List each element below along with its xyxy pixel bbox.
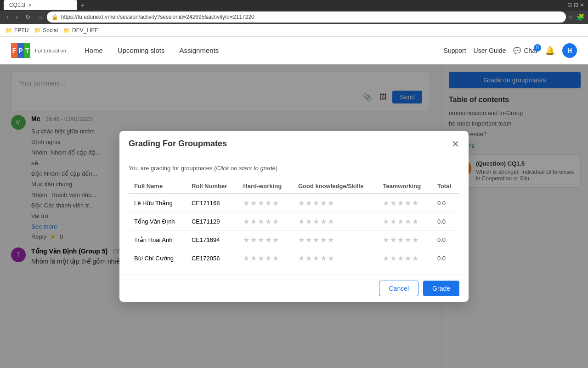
tab-close-icon[interactable]: ✕ bbox=[28, 3, 32, 8]
star-icon[interactable]: ★ bbox=[412, 254, 418, 263]
cell-hardworking[interactable]: ★★★★★ bbox=[237, 194, 293, 213]
star-icon[interactable]: ★ bbox=[272, 199, 279, 207]
nav-upcoming-slots[interactable]: Upcoming slots bbox=[118, 45, 165, 56]
star-icon[interactable]: ★ bbox=[258, 236, 264, 244]
cell-teamwork[interactable]: ★★★★★ bbox=[377, 212, 432, 230]
star-icon[interactable]: ★ bbox=[272, 254, 279, 263]
star-icon[interactable]: ★ bbox=[305, 217, 312, 226]
home-button[interactable]: ⌂ bbox=[35, 12, 45, 23]
star-icon[interactable]: ★ bbox=[265, 199, 271, 207]
star-icon[interactable]: ★ bbox=[405, 236, 411, 244]
star-icon[interactable]: ★ bbox=[250, 199, 257, 207]
star-icon[interactable]: ★ bbox=[243, 217, 249, 226]
star-icon[interactable]: ★ bbox=[265, 254, 271, 263]
cancel-button[interactable]: Cancel bbox=[379, 281, 418, 296]
star-icon[interactable]: ★ bbox=[298, 236, 305, 244]
bookmark-icon[interactable]: ☆ bbox=[568, 13, 574, 21]
nav-assignments[interactable]: Assignments bbox=[179, 45, 219, 56]
bookmark-fptu[interactable]: 📁 FPTU bbox=[6, 27, 28, 34]
star-icon[interactable]: ★ bbox=[320, 254, 327, 263]
new-tab-button[interactable]: + bbox=[81, 1, 85, 9]
cell-knowledge[interactable]: ★★★★★ bbox=[293, 194, 378, 213]
star-icon[interactable]: ★ bbox=[250, 217, 257, 226]
cell-hardworking[interactable]: ★★★★★ bbox=[237, 249, 293, 267]
star-icon[interactable]: ★ bbox=[383, 236, 389, 244]
cell-knowledge[interactable]: ★★★★★ bbox=[293, 249, 378, 267]
cell-knowledge[interactable]: ★★★★★ bbox=[293, 230, 378, 249]
star-icon[interactable]: ★ bbox=[383, 254, 389, 263]
table-row: Bùi Chí Cường CE172056 ★★★★★ ★★★★★ ★★★★★… bbox=[129, 249, 459, 267]
star-icon[interactable]: ★ bbox=[397, 217, 404, 226]
star-icon[interactable]: ★ bbox=[305, 236, 312, 244]
support-link[interactable]: Support bbox=[444, 47, 466, 54]
forward-button[interactable]: › bbox=[13, 12, 21, 23]
notifications-bell-icon[interactable]: 🔔 bbox=[545, 46, 555, 56]
star-icon[interactable]: ★ bbox=[320, 199, 327, 207]
chat-button[interactable]: 💬 Chat 0 bbox=[513, 47, 537, 54]
star-icon[interactable]: ★ bbox=[412, 199, 418, 207]
star-icon[interactable]: ★ bbox=[305, 199, 312, 207]
star-icon[interactable]: ★ bbox=[405, 199, 411, 207]
star-icon[interactable]: ★ bbox=[383, 217, 389, 226]
star-icon[interactable]: ★ bbox=[328, 254, 334, 263]
star-icon[interactable]: ★ bbox=[258, 217, 264, 226]
cell-teamwork[interactable]: ★★★★★ bbox=[377, 230, 432, 249]
star-icon[interactable]: ★ bbox=[390, 199, 396, 207]
star-icon[interactable]: ★ bbox=[328, 217, 334, 226]
star-icon[interactable]: ★ bbox=[313, 254, 319, 263]
star-icon[interactable]: ★ bbox=[390, 236, 396, 244]
star-icon[interactable]: ★ bbox=[298, 217, 305, 226]
star-icon[interactable]: ★ bbox=[412, 217, 418, 226]
star-icon[interactable]: ★ bbox=[328, 236, 334, 244]
folder-icon: 📁 bbox=[63, 27, 70, 34]
star-icon[interactable]: ★ bbox=[320, 236, 327, 244]
bookmark-label: FPTU bbox=[14, 27, 28, 34]
star-icon[interactable]: ★ bbox=[320, 217, 327, 226]
star-icon[interactable]: ★ bbox=[258, 199, 264, 207]
bookmark-social[interactable]: 📁 Social bbox=[34, 27, 58, 34]
address-bar[interactable]: 🔒 https://fu.edunext.vn/en/session/activ… bbox=[47, 12, 566, 23]
modal-close-button[interactable]: ✕ bbox=[452, 138, 459, 150]
star-icon[interactable]: ★ bbox=[305, 254, 312, 263]
active-tab[interactable]: CQ1.3 ✕ bbox=[4, 0, 77, 10]
grade-submit-button[interactable]: Grade bbox=[423, 281, 459, 296]
star-icon[interactable]: ★ bbox=[313, 236, 319, 244]
star-icon[interactable]: ★ bbox=[250, 254, 257, 263]
star-icon[interactable]: ★ bbox=[272, 217, 279, 226]
star-icon[interactable]: ★ bbox=[258, 254, 264, 263]
star-icon[interactable]: ★ bbox=[265, 236, 271, 244]
cell-knowledge[interactable]: ★★★★★ bbox=[293, 212, 378, 230]
cell-hardworking[interactable]: ★★★★★ bbox=[237, 212, 293, 230]
star-icon[interactable]: ★ bbox=[243, 254, 249, 263]
star-icon[interactable]: ★ bbox=[405, 217, 411, 226]
star-icon[interactable]: ★ bbox=[243, 236, 249, 244]
star-icon[interactable]: ★ bbox=[397, 199, 404, 207]
star-icon[interactable]: ★ bbox=[328, 199, 334, 207]
star-icon[interactable]: ★ bbox=[397, 236, 404, 244]
star-icon[interactable]: ★ bbox=[397, 254, 404, 263]
extensions-icon[interactable]: 🧩 bbox=[577, 13, 584, 21]
app-header: F P T Fpt Education Home Upcoming slots … bbox=[0, 37, 588, 64]
star-icon[interactable]: ★ bbox=[313, 217, 319, 226]
star-icon[interactable]: ★ bbox=[298, 199, 305, 207]
star-icon[interactable]: ★ bbox=[243, 199, 249, 207]
star-icon[interactable]: ★ bbox=[383, 199, 389, 207]
star-icon[interactable]: ★ bbox=[390, 254, 396, 263]
star-icon[interactable]: ★ bbox=[298, 254, 305, 263]
star-icon[interactable]: ★ bbox=[405, 254, 411, 263]
back-button[interactable]: ‹ bbox=[4, 12, 11, 23]
cell-hardworking[interactable]: ★★★★★ bbox=[237, 230, 293, 249]
star-icon[interactable]: ★ bbox=[313, 199, 319, 207]
star-icon[interactable]: ★ bbox=[272, 236, 279, 244]
cell-teamwork[interactable]: ★★★★★ bbox=[377, 194, 432, 213]
reload-button[interactable]: ↻ bbox=[23, 12, 34, 23]
user-guide-link[interactable]: User Guide bbox=[474, 47, 506, 54]
avatar[interactable]: H bbox=[562, 43, 577, 58]
cell-teamwork[interactable]: ★★★★★ bbox=[377, 249, 432, 267]
star-icon[interactable]: ★ bbox=[250, 236, 257, 244]
star-icon[interactable]: ★ bbox=[265, 217, 271, 226]
bookmark-devlife[interactable]: 📁 DEV_LIFE bbox=[63, 27, 98, 34]
nav-home[interactable]: Home bbox=[85, 45, 103, 56]
star-icon[interactable]: ★ bbox=[390, 217, 396, 226]
star-icon[interactable]: ★ bbox=[412, 236, 418, 244]
